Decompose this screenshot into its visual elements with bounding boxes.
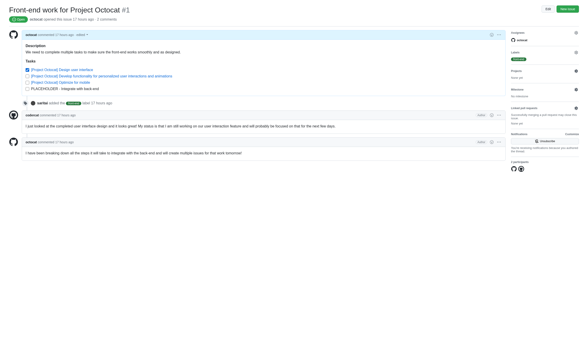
task-checkbox[interactable] [26, 74, 29, 78]
event-action: added the [49, 101, 65, 105]
task-checkbox[interactable] [26, 87, 29, 91]
comment-header: codercat commented 17 hours ago Author [22, 111, 505, 120]
sidebar-assignees: Assignees octocat [511, 30, 579, 46]
task-item: [Project Octocat] Optimize for mobile [26, 79, 502, 86]
assignee-item[interactable]: octocat [511, 38, 579, 42]
linked-prs-title: Linked pull requests [511, 107, 537, 110]
comment-box: octocat commented 17 hours ago · edited … [22, 30, 506, 96]
timeline-event: saritai added the front-end label 17 hou… [22, 100, 506, 107]
projects-none: None yet [511, 76, 579, 79]
sidebar-participants: 2 participants [511, 157, 579, 176]
comment-timestamp: commented 17 hours ago [38, 33, 74, 37]
task-item: PLACEHOLDER - Integrate with back-end [26, 86, 502, 92]
linked-prs-none: None yet [511, 122, 579, 125]
comment-text: I just looked at the completed user inte… [26, 124, 502, 129]
description-text: We need to complete multiple tasks to ma… [26, 50, 502, 55]
comment-body: Description We need to complete multiple… [22, 40, 505, 96]
comment-author[interactable]: codercat [26, 113, 39, 117]
task-text: PLACEHOLDER - Integrate with back-end [31, 86, 99, 92]
chevron-down-icon[interactable] [86, 34, 88, 36]
issue-author-link[interactable]: octocat [30, 17, 43, 21]
sidebar-milestone: Milestone No milestone [511, 83, 579, 102]
task-item: [Project Octocat] Design user interface [26, 67, 502, 73]
milestone-none: No milestone [511, 95, 579, 98]
gear-icon[interactable] [574, 105, 579, 111]
comment-author[interactable]: octocat [26, 140, 37, 144]
customize-link[interactable]: Customize [565, 133, 579, 136]
sidebar-linked-prs: Linked pull requests Successfully mergin… [511, 102, 579, 129]
edited-indicator[interactable]: edited [76, 33, 85, 37]
event-suffix: label 17 hours ago [82, 101, 112, 105]
emoji-reaction-button[interactable] [489, 112, 495, 118]
gear-icon[interactable] [574, 68, 579, 74]
avatar[interactable] [9, 30, 18, 39]
participant-avatar[interactable] [518, 166, 524, 172]
gear-icon[interactable] [574, 30, 579, 36]
issue-number: #1 [122, 6, 130, 14]
issue-opened-text: opened this issue 17 hours ago · 2 comme… [44, 17, 117, 21]
sidebar-projects: Projects None yet [511, 65, 579, 83]
edit-button[interactable]: Edit [542, 6, 555, 13]
issue-state-badge: Open [9, 16, 28, 23]
task-checkbox[interactable] [26, 68, 29, 72]
gear-icon[interactable] [574, 50, 579, 55]
notification-reason: You're receiving notifications because y… [511, 146, 579, 153]
avatar[interactable] [31, 101, 35, 105]
participants-title: 2 participants [511, 161, 529, 164]
avatar[interactable] [9, 137, 18, 146]
unsubscribe-label: Unsubscribe [540, 140, 555, 143]
assignee-name: octocat [517, 39, 527, 42]
assignees-title: Assignees [511, 31, 525, 34]
author-badge: Author [476, 113, 487, 117]
task-link[interactable]: [Project Octocat] Optimize for mobile [31, 80, 90, 85]
author-badge: Author [476, 140, 487, 144]
event-user[interactable]: saritai [37, 101, 48, 105]
task-list: [Project Octocat] Design user interface … [26, 67, 502, 92]
comment-box: codercat commented 17 hours ago Author I… [22, 110, 506, 134]
bell-slash-icon [535, 139, 539, 143]
issue-meta-text: octocat opened this issue 17 hours ago ·… [30, 17, 117, 21]
task-link[interactable]: [Project Octocat] Develop functionality … [31, 74, 172, 79]
linked-prs-desc: Successfully merging a pull request may … [511, 113, 579, 120]
emoji-reaction-button[interactable] [489, 139, 495, 145]
participant-avatar[interactable] [511, 166, 517, 172]
comment-text: I have been breaking down all the steps … [26, 150, 502, 156]
kebab-menu-button[interactable] [496, 112, 502, 118]
emoji-reaction-button[interactable] [489, 32, 495, 38]
comment-body: I just looked at the completed user inte… [22, 120, 505, 134]
issue-open-icon [12, 18, 16, 21]
sidebar-notifications: Notifications Customize Unsubscribe You'… [511, 129, 579, 157]
avatar[interactable] [9, 110, 18, 119]
milestone-title: Milestone [511, 88, 523, 91]
gear-icon[interactable] [574, 87, 579, 92]
comment-box: octocat commented 17 hours ago Author I … [22, 137, 506, 161]
comment-timestamp: commented 17 hours ago [40, 113, 76, 117]
issue-title: Front-end work for Project Octocat #1 [9, 6, 130, 14]
new-issue-button[interactable]: New issue [556, 6, 579, 13]
comment-header: octocat commented 17 hours ago · edited [22, 30, 505, 40]
comment-timestamp: commented 17 hours ago [38, 140, 74, 144]
description-heading: Description [26, 43, 502, 49]
tasks-heading: Tasks [26, 59, 502, 64]
comment-body: I have been breaking down all the steps … [22, 147, 505, 161]
unsubscribe-button[interactable]: Unsubscribe [511, 138, 579, 144]
comment-author[interactable]: octocat [26, 33, 37, 37]
state-label: Open [17, 18, 25, 21]
comment-header: octocat commented 17 hours ago Author [22, 138, 505, 147]
task-item: [Project Octocat] Develop functionality … [26, 73, 502, 79]
kebab-menu-button[interactable] [496, 139, 502, 145]
label-pill[interactable]: front-end [511, 58, 526, 61]
issue-title-text: Front-end work for Project Octocat [9, 6, 120, 14]
kebab-menu-button[interactable] [496, 32, 502, 38]
tag-icon [22, 100, 29, 107]
label-pill[interactable]: front-end [66, 102, 81, 105]
labels-title: Labels [511, 51, 520, 54]
sidebar-labels: Labels front-end [511, 46, 579, 65]
task-checkbox[interactable] [26, 81, 29, 84]
task-link[interactable]: [Project Octocat] Design user interface [31, 67, 93, 73]
projects-title: Projects [511, 70, 522, 73]
notifications-title: Notifications [511, 133, 528, 136]
